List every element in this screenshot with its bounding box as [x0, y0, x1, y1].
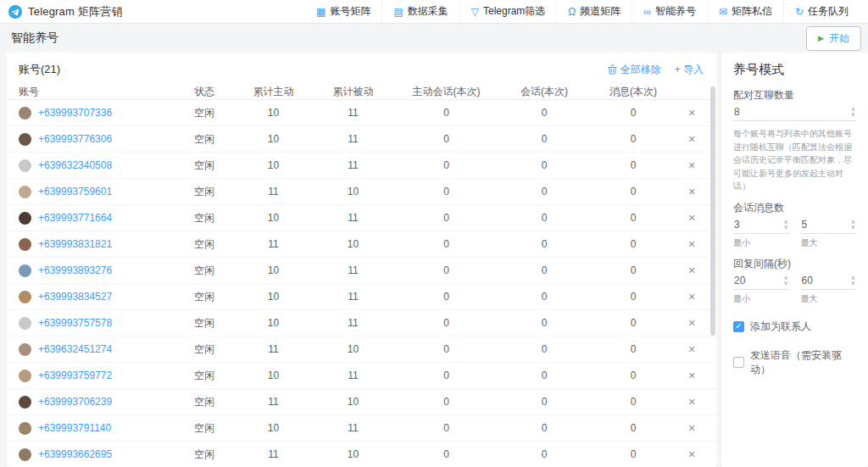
nav-item[interactable]: ▤ 数据采集: [381, 0, 459, 23]
reply-interval-min-input[interactable]: 20 ∧ ∨: [733, 273, 789, 290]
start-button-label: 开始: [829, 31, 849, 46]
session-messages-min-input[interactable]: 3 ∧ ∨: [733, 217, 789, 234]
col-active-total: 累计主动: [237, 85, 309, 99]
messages-value: 0: [593, 238, 674, 250]
account-phone-link[interactable]: +639993757578: [38, 317, 112, 329]
accounts-panel: 账号(21) 全部移除 + 导入 账号: [7, 53, 717, 467]
chevron-down-icon[interactable]: ∨: [851, 112, 855, 117]
chevron-down-icon[interactable]: ∨: [783, 225, 787, 230]
stepper[interactable]: ∧ ∨: [851, 275, 855, 286]
messages-value: 0: [593, 370, 674, 381]
nav-item[interactable]: ✉ 矩阵私信: [707, 0, 783, 23]
col-status: 状态: [181, 85, 237, 99]
app-title: Telegram 矩阵营销: [28, 4, 123, 19]
reply-interval-max-value: 60: [802, 275, 813, 286]
active-session-value: 0: [397, 186, 496, 197]
table-row: +639993893276 空闲 10 11 0 0 0 ✕: [7, 258, 717, 284]
session-value: 0: [496, 396, 593, 408]
passive-total-value: 11: [309, 422, 397, 434]
nav-item[interactable]: ↻ 任务队列: [783, 0, 860, 23]
reply-interval-max-input[interactable]: 60 ∧ ∨: [801, 273, 857, 290]
remove-account-button[interactable]: ✕: [687, 370, 695, 381]
session-messages-max-input[interactable]: 5 ∧ ∨: [801, 217, 857, 234]
account-phone-link[interactable]: +639993759601: [38, 186, 112, 197]
account-phone-link[interactable]: +639993791140: [38, 422, 111, 434]
account-phone-link[interactable]: +639993706239: [38, 396, 112, 408]
remove-account-button[interactable]: ✕: [687, 134, 695, 144]
settings-title: 养号模式: [733, 62, 856, 78]
nav-item[interactable]: ▦ 账号矩阵: [305, 0, 381, 23]
account-phone-link[interactable]: +639993771664: [38, 212, 112, 224]
matrix-dm-icon: ✉: [719, 7, 727, 17]
nav-item[interactable]: ∞ 智能养号: [632, 0, 707, 23]
data-collect-icon: ▤: [393, 7, 403, 17]
account-status: 空闲: [181, 132, 237, 147]
account-phone-link[interactable]: +639993831821: [38, 238, 112, 250]
active-total-value: 10: [237, 291, 309, 303]
passive-total-value: 11: [309, 264, 397, 276]
remove-account-button[interactable]: ✕: [687, 265, 695, 275]
play-icon: ▶: [818, 35, 824, 42]
session-value: 0: [496, 212, 593, 224]
nav-item-label: Telegram筛选: [483, 4, 545, 19]
nav-item-label: 矩阵私信: [732, 4, 772, 19]
account-phone-link[interactable]: +639993776306: [38, 133, 112, 145]
remove-account-button[interactable]: ✕: [687, 160, 695, 170]
accounts-panel-title: 账号(21): [19, 62, 60, 77]
nav-item-label: 数据采集: [408, 4, 448, 19]
remove-all-button[interactable]: 全部移除: [608, 63, 661, 77]
stepper[interactable]: ∧ ∨: [851, 220, 855, 230]
remove-account-button[interactable]: ✕: [687, 292, 695, 302]
account-phone-link[interactable]: +639993759772: [38, 370, 112, 381]
import-button[interactable]: + 导入: [675, 63, 704, 77]
chevron-down-icon[interactable]: ∨: [851, 281, 855, 286]
nav-item[interactable]: ▽ Telegram筛选: [459, 0, 557, 23]
table-scrollbar[interactable]: [710, 86, 715, 464]
account-phone-link[interactable]: +639993707336: [38, 107, 112, 119]
send-voice-checkbox[interactable]: 发送语音（需安装驱动）: [733, 348, 856, 377]
chevron-down-icon[interactable]: ∨: [851, 225, 855, 230]
checkbox-icon: [733, 321, 744, 332]
remove-account-button[interactable]: ✕: [687, 213, 695, 223]
account-phone-link[interactable]: +639632451274: [38, 343, 112, 355]
remove-account-button[interactable]: ✕: [687, 449, 695, 459]
active-total-value: 10: [237, 133, 309, 145]
stepper[interactable]: ∧ ∨: [851, 107, 855, 117]
active-session-value: 0: [397, 133, 496, 145]
active-total-value: 11: [237, 448, 309, 460]
avatar: [19, 238, 31, 251]
table-row: +639993757578 空闲 10 11 0 0 0 ✕: [7, 310, 717, 336]
messages-value: 0: [593, 291, 674, 303]
pair-chat-input[interactable]: 8 ∧ ∨: [733, 104, 856, 121]
account-phone-link[interactable]: +639632340508: [38, 159, 112, 171]
messages-value: 0: [593, 186, 674, 197]
chevron-down-icon[interactable]: ∨: [783, 281, 787, 286]
add-contact-checkbox[interactable]: 添加为联系人: [733, 320, 856, 334]
table-row: +639993834527 空闲 10 11 0 0 0 ✕: [7, 284, 717, 310]
start-button[interactable]: ▶ 开始: [806, 26, 861, 51]
remove-account-button[interactable]: ✕: [687, 423, 695, 433]
passive-total-value: 11: [309, 317, 397, 329]
remove-account-button[interactable]: ✕: [687, 397, 695, 407]
scrollbar-thumb[interactable]: [710, 86, 715, 336]
stepper[interactable]: ∧ ∨: [783, 220, 787, 230]
account-phone-link[interactable]: +639993893276: [38, 264, 112, 276]
remove-account-button[interactable]: ✕: [687, 108, 695, 118]
session-messages-label: 会话消息数: [733, 201, 856, 215]
passive-total-value: 10: [309, 396, 397, 408]
messages-value: 0: [593, 343, 674, 355]
account-phone-link[interactable]: +639993834527: [38, 291, 112, 303]
messages-value: 0: [593, 133, 674, 145]
remove-account-button[interactable]: ✕: [687, 344, 695, 354]
avatar: [19, 107, 31, 120]
active-total-value: 11: [237, 396, 309, 408]
passive-total-value: 10: [309, 343, 397, 355]
remove-account-button[interactable]: ✕: [687, 186, 695, 197]
remove-account-button[interactable]: ✕: [687, 239, 695, 249]
account-phone-link[interactable]: +639993662695: [38, 448, 112, 460]
stepper[interactable]: ∧ ∨: [783, 275, 787, 286]
nav-item[interactable]: Ω 频道矩阵: [556, 0, 632, 23]
avatar: [19, 212, 31, 225]
table-header: 账号 状态 累计主动 累计被动 主动会话(本次) 会话(本次) 消息(本次): [7, 85, 717, 100]
remove-account-button[interactable]: ✕: [687, 318, 695, 328]
